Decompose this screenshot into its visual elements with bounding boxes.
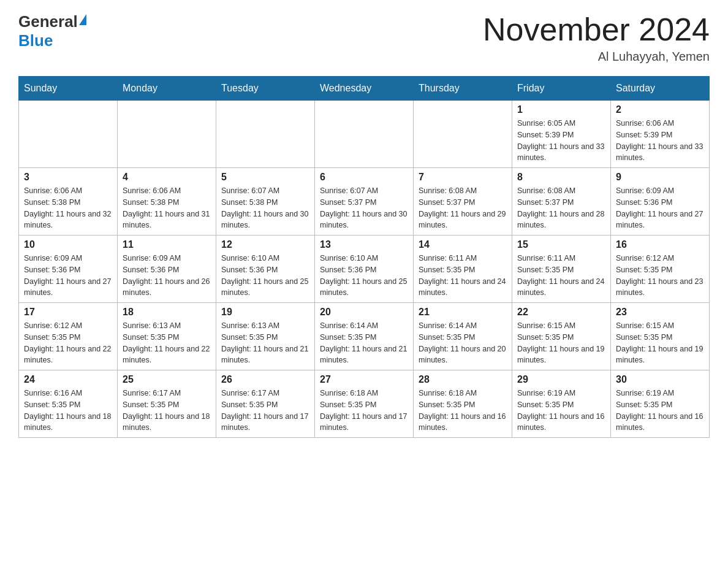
day-number: 29 (517, 374, 605, 385)
day-number: 8 (517, 172, 605, 183)
page-header: General Blue November 2024 Al Luhayyah, … (18, 12, 710, 64)
day-info: Sunrise: 6:18 AMSunset: 5:35 PMDaylight:… (320, 388, 408, 434)
calendar-cell: 11Sunrise: 6:09 AMSunset: 5:36 PMDayligh… (118, 236, 216, 303)
day-number: 14 (419, 239, 507, 250)
calendar-week-row: 17Sunrise: 6:12 AMSunset: 5:35 PMDayligh… (19, 303, 710, 370)
day-number: 4 (123, 172, 211, 183)
calendar-title: November 2024 (483, 12, 710, 47)
calendar-cell: 30Sunrise: 6:19 AMSunset: 5:35 PMDayligh… (611, 370, 710, 438)
day-info: Sunrise: 6:14 AMSunset: 5:35 PMDaylight:… (419, 320, 507, 366)
day-number: 3 (24, 172, 112, 183)
day-info: Sunrise: 6:11 AMSunset: 5:35 PMDaylight:… (419, 253, 507, 299)
day-number: 21 (419, 307, 507, 318)
day-info: Sunrise: 6:11 AMSunset: 5:35 PMDaylight:… (517, 253, 605, 299)
day-info: Sunrise: 6:19 AMSunset: 5:35 PMDaylight:… (616, 388, 704, 434)
day-number: 5 (221, 172, 309, 183)
day-number: 26 (221, 374, 309, 385)
calendar-header: SundayMondayTuesdayWednesdayThursdayFrid… (19, 77, 710, 101)
day-number: 23 (616, 307, 704, 318)
day-number: 24 (24, 374, 112, 385)
calendar-cell: 15Sunrise: 6:11 AMSunset: 5:35 PMDayligh… (512, 236, 611, 303)
day-info: Sunrise: 6:18 AMSunset: 5:35 PMDaylight:… (419, 388, 507, 434)
calendar-week-row: 3Sunrise: 6:06 AMSunset: 5:38 PMDaylight… (19, 168, 710, 236)
calendar-cell: 7Sunrise: 6:08 AMSunset: 5:37 PMDaylight… (414, 168, 512, 236)
calendar-week-row: 10Sunrise: 6:09 AMSunset: 5:36 PMDayligh… (19, 236, 710, 303)
calendar-cell: 27Sunrise: 6:18 AMSunset: 5:35 PMDayligh… (315, 370, 414, 438)
logo-triangle-icon (79, 14, 86, 25)
day-info: Sunrise: 6:10 AMSunset: 5:36 PMDaylight:… (221, 253, 309, 299)
calendar-body: 1Sunrise: 6:05 AMSunset: 5:39 PMDaylight… (19, 101, 710, 438)
day-number: 19 (221, 307, 309, 318)
weekday-header-sunday: Sunday (19, 77, 118, 101)
day-info: Sunrise: 6:07 AMSunset: 5:38 PMDaylight:… (221, 185, 309, 231)
calendar-cell (315, 101, 414, 168)
day-info: Sunrise: 6:16 AMSunset: 5:35 PMDaylight:… (24, 388, 112, 434)
day-number: 25 (123, 374, 211, 385)
day-info: Sunrise: 6:13 AMSunset: 5:35 PMDaylight:… (123, 320, 211, 366)
weekday-header-row: SundayMondayTuesdayWednesdayThursdayFrid… (19, 77, 710, 101)
calendar-cell: 8Sunrise: 6:08 AMSunset: 5:37 PMDaylight… (512, 168, 611, 236)
weekday-header-friday: Friday (512, 77, 611, 101)
calendar-cell: 18Sunrise: 6:13 AMSunset: 5:35 PMDayligh… (118, 303, 216, 370)
day-info: Sunrise: 6:06 AMSunset: 5:39 PMDaylight:… (616, 118, 704, 164)
day-info: Sunrise: 6:08 AMSunset: 5:37 PMDaylight:… (517, 185, 605, 231)
calendar-cell: 3Sunrise: 6:06 AMSunset: 5:38 PMDaylight… (19, 168, 118, 236)
day-number: 7 (419, 172, 507, 183)
day-info: Sunrise: 6:17 AMSunset: 5:35 PMDaylight:… (221, 388, 309, 434)
logo: General Blue (18, 12, 86, 50)
day-number: 27 (320, 374, 408, 385)
calendar-cell: 13Sunrise: 6:10 AMSunset: 5:36 PMDayligh… (315, 236, 414, 303)
calendar-cell: 16Sunrise: 6:12 AMSunset: 5:35 PMDayligh… (611, 236, 710, 303)
day-info: Sunrise: 6:09 AMSunset: 5:36 PMDaylight:… (123, 253, 211, 299)
day-number: 22 (517, 307, 605, 318)
day-info: Sunrise: 6:10 AMSunset: 5:36 PMDaylight:… (320, 253, 408, 299)
calendar-cell: 12Sunrise: 6:10 AMSunset: 5:36 PMDayligh… (216, 236, 315, 303)
day-number: 16 (616, 239, 704, 250)
calendar-cell: 2Sunrise: 6:06 AMSunset: 5:39 PMDaylight… (611, 101, 710, 168)
day-number: 2 (616, 104, 704, 115)
calendar-cell: 25Sunrise: 6:17 AMSunset: 5:35 PMDayligh… (118, 370, 216, 438)
day-info: Sunrise: 6:15 AMSunset: 5:35 PMDaylight:… (616, 320, 704, 366)
day-number: 10 (24, 239, 112, 250)
day-info: Sunrise: 6:08 AMSunset: 5:37 PMDaylight:… (419, 185, 507, 231)
weekday-header-monday: Monday (118, 77, 216, 101)
calendar-cell: 22Sunrise: 6:15 AMSunset: 5:35 PMDayligh… (512, 303, 611, 370)
weekday-header-thursday: Thursday (414, 77, 512, 101)
day-number: 18 (123, 307, 211, 318)
day-number: 9 (616, 172, 704, 183)
calendar-cell: 20Sunrise: 6:14 AMSunset: 5:35 PMDayligh… (315, 303, 414, 370)
calendar-week-row: 24Sunrise: 6:16 AMSunset: 5:35 PMDayligh… (19, 370, 710, 438)
calendar-subtitle: Al Luhayyah, Yemen (483, 50, 710, 64)
day-number: 17 (24, 307, 112, 318)
calendar-cell: 1Sunrise: 6:05 AMSunset: 5:39 PMDaylight… (512, 101, 611, 168)
calendar-cell: 21Sunrise: 6:14 AMSunset: 5:35 PMDayligh… (414, 303, 512, 370)
logo-blue: Blue (18, 31, 53, 50)
calendar-cell (414, 101, 512, 168)
calendar-cell: 14Sunrise: 6:11 AMSunset: 5:35 PMDayligh… (414, 236, 512, 303)
day-info: Sunrise: 6:14 AMSunset: 5:35 PMDaylight:… (320, 320, 408, 366)
calendar-cell: 10Sunrise: 6:09 AMSunset: 5:36 PMDayligh… (19, 236, 118, 303)
day-number: 13 (320, 239, 408, 250)
calendar-week-row: 1Sunrise: 6:05 AMSunset: 5:39 PMDaylight… (19, 101, 710, 168)
title-block: November 2024 Al Luhayyah, Yemen (483, 12, 710, 64)
day-number: 15 (517, 239, 605, 250)
weekday-header-saturday: Saturday (611, 77, 710, 101)
weekday-header-tuesday: Tuesday (216, 77, 315, 101)
day-info: Sunrise: 6:13 AMSunset: 5:35 PMDaylight:… (221, 320, 309, 366)
day-info: Sunrise: 6:06 AMSunset: 5:38 PMDaylight:… (24, 185, 112, 231)
logo-general: General (18, 12, 78, 31)
day-number: 12 (221, 239, 309, 250)
calendar-cell: 24Sunrise: 6:16 AMSunset: 5:35 PMDayligh… (19, 370, 118, 438)
day-info: Sunrise: 6:15 AMSunset: 5:35 PMDaylight:… (517, 320, 605, 366)
calendar-cell: 17Sunrise: 6:12 AMSunset: 5:35 PMDayligh… (19, 303, 118, 370)
calendar-cell: 29Sunrise: 6:19 AMSunset: 5:35 PMDayligh… (512, 370, 611, 438)
day-number: 30 (616, 374, 704, 385)
day-number: 20 (320, 307, 408, 318)
day-info: Sunrise: 6:19 AMSunset: 5:35 PMDaylight:… (517, 388, 605, 434)
day-info: Sunrise: 6:09 AMSunset: 5:36 PMDaylight:… (616, 185, 704, 231)
day-info: Sunrise: 6:12 AMSunset: 5:35 PMDaylight:… (616, 253, 704, 299)
day-info: Sunrise: 6:12 AMSunset: 5:35 PMDaylight:… (24, 320, 112, 366)
calendar-cell: 9Sunrise: 6:09 AMSunset: 5:36 PMDaylight… (611, 168, 710, 236)
calendar-cell (19, 101, 118, 168)
day-number: 11 (123, 239, 211, 250)
